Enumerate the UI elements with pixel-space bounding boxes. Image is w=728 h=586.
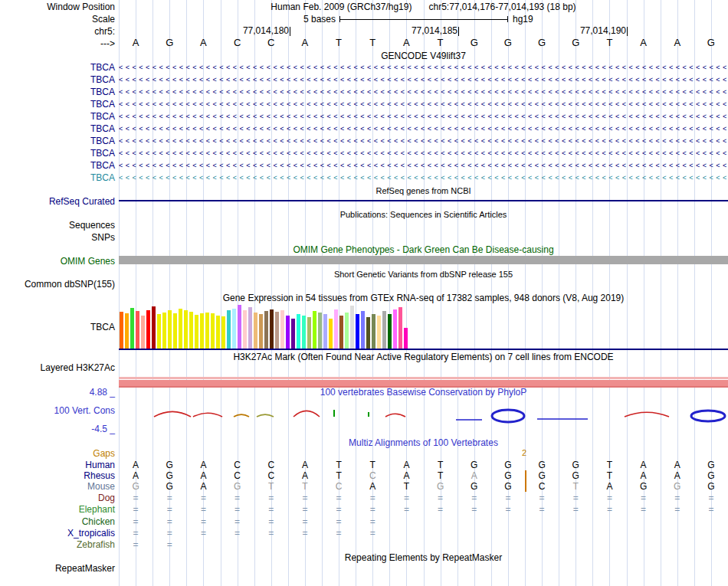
alignment-base: A <box>606 481 612 492</box>
gtex-bar <box>136 311 139 349</box>
h3k27ac-track-label[interactable]: Layered H3K27Ac <box>0 362 115 373</box>
coordinate-number: 77,014,190 <box>540 26 626 36</box>
alignment-base: T <box>302 481 307 492</box>
alignment-base: = <box>133 539 139 550</box>
transcript-label[interactable]: TBCA <box>0 148 115 159</box>
transcript-label[interactable]: TBCA <box>0 111 115 122</box>
transcript-arrows[interactable]: <<<<<<<<<<<<<<<<<<<<<<<<<<<<<<<<<<<<<<<<… <box>119 160 728 172</box>
base-letter: C <box>267 38 274 48</box>
alignment-base: = <box>201 504 206 515</box>
alignment-base: A <box>133 470 139 481</box>
transcript-label[interactable]: TBCA <box>0 87 115 97</box>
transcript-label[interactable]: TBCA <box>0 172 115 183</box>
gtex-gene-label[interactable]: TBCA <box>0 322 115 332</box>
alignment-base: = <box>539 493 545 503</box>
species-label-human[interactable]: Human <box>0 460 115 470</box>
gtex-bar <box>179 309 182 349</box>
alignment-row: ======== <box>119 528 728 539</box>
dbsnp-track-label[interactable]: Common dbSNP(155) <box>0 279 115 290</box>
alignment-base: C <box>234 460 241 470</box>
h3k27ac-signal-band-1[interactable] <box>119 377 728 379</box>
h3k27ac-signal-band-2[interactable] <box>119 380 728 386</box>
alignment-base: = <box>133 504 139 515</box>
alignment-base: = <box>471 504 477 515</box>
alignment-base: G <box>707 470 714 481</box>
omim-gene-bar[interactable] <box>119 256 728 264</box>
conservation-mark <box>691 411 725 421</box>
transcript-arrows[interactable]: <<<<<<<<<<<<<<<<<<<<<<<<<<<<<<<<<<<<<<<<… <box>119 172 728 184</box>
transcript-arrows[interactable]: <<<<<<<<<<<<<<<<<<<<<<<<<<<<<<<<<<<<<<<<… <box>119 136 728 147</box>
species-label-chicken[interactable]: Chicken <box>0 516 115 527</box>
snps-label[interactable]: SNPs <box>0 232 115 243</box>
alignment-base: = <box>370 528 375 539</box>
transcript-arrows[interactable]: <<<<<<<<<<<<<<<<<<<<<<<<<<<<<<<<<<<<<<<<… <box>119 87 728 98</box>
gtex-bar <box>280 310 284 349</box>
transcript-arrows[interactable]: <<<<<<<<<<<<<<<<<<<<<<<<<<<<<<<<<<<<<<<<… <box>119 62 728 74</box>
species-label-x_tropicalis[interactable]: X_tropicalis <box>0 528 115 539</box>
alignment-base: = <box>268 516 274 527</box>
alignment-base: = <box>674 504 680 515</box>
coordinate-number: 77,014,185 <box>372 26 457 36</box>
gtex-bar <box>372 314 375 349</box>
omim-genes-label[interactable]: OMIM Genes <box>0 256 115 267</box>
gtex-bar <box>297 314 300 349</box>
sequences-label[interactable]: Sequences <box>0 220 115 231</box>
alignment-row: ======== <box>119 516 728 527</box>
conservation-wiggle[interactable] <box>119 394 728 429</box>
alignment-base: T <box>370 460 375 470</box>
gtex-bar <box>125 313 129 349</box>
track-area[interactable]: Human Feb. 2009 (GRCh37/hg19)chr5:77,014… <box>119 0 728 586</box>
transcript-arrows[interactable]: <<<<<<<<<<<<<<<<<<<<<<<<<<<<<<<<<<<<<<<<… <box>119 74 728 86</box>
omim-track-title: OMIM Gene Phenotypes - Dark Green Can Be… <box>119 244 728 255</box>
gtex-bar <box>275 312 279 349</box>
alignment-row: AGACCATCATAGGGTAAG <box>119 470 728 481</box>
alignment-row: AGACCATTATGGGGTAAG <box>119 460 728 470</box>
transcript-arrows[interactable]: <<<<<<<<<<<<<<<<<<<<<<<<<<<<<<<<<<<<<<<<… <box>119 148 728 159</box>
reference-sequence-row: AGACCATTATGGGGTAAG <box>119 38 728 48</box>
species-label-dog[interactable]: Dog <box>0 493 115 503</box>
conservation-mark <box>234 414 249 417</box>
coordinate-number: 77,014,180 <box>203 26 289 36</box>
window-position-label: Window Position <box>0 2 115 12</box>
species-label-elephant[interactable]: Elephant <box>0 504 115 515</box>
alignment-base: = <box>302 516 307 527</box>
scale-bar <box>339 19 508 20</box>
conservation-track-label[interactable]: 100 Vert. Cons <box>0 405 115 416</box>
species-label-zebrafish[interactable]: Zebrafish <box>0 539 115 550</box>
alignment-base: = <box>641 493 646 503</box>
transcript-label[interactable]: TBCA <box>0 160 115 171</box>
gtex-bar <box>189 312 193 349</box>
gtex-bar <box>130 308 134 349</box>
gtex-expression-chart[interactable] <box>119 304 728 349</box>
transcript-label[interactable]: TBCA <box>0 123 115 134</box>
refseq-gene-bar[interactable] <box>119 200 728 201</box>
gtex-bar <box>184 310 188 349</box>
species-label-rhesus[interactable]: Rhesus <box>0 470 115 481</box>
repeatmasker-track-label[interactable]: RepeatMasker <box>0 563 115 574</box>
transcript-arrows[interactable]: <<<<<<<<<<<<<<<<<<<<<<<<<<<<<<<<<<<<<<<<… <box>119 123 728 135</box>
gtex-bar <box>313 311 316 349</box>
alignment-base: A <box>641 470 647 481</box>
alignment-base: = <box>302 528 307 539</box>
refseq-curated-label[interactable]: RefSeq Curated <box>0 196 115 207</box>
gtex-baseline <box>119 349 728 350</box>
alignment-base: = <box>641 504 646 515</box>
alignment-base: = <box>336 504 342 515</box>
transcript-label[interactable]: TBCA <box>0 62 115 73</box>
conservation-mark <box>257 414 274 417</box>
alignment-base: = <box>505 493 510 503</box>
transcript-label[interactable]: TBCA <box>0 136 115 146</box>
base-letter: T <box>606 38 612 48</box>
gtex-bar <box>361 311 365 349</box>
transcript-arrows[interactable]: <<<<<<<<<<<<<<<<<<<<<<<<<<<<<<<<<<<<<<<<… <box>119 99 728 110</box>
species-label-mouse[interactable]: Mouse <box>0 481 115 492</box>
insertion-mark <box>525 481 526 492</box>
transcript-arrows[interactable]: <<<<<<<<<<<<<<<<<<<<<<<<<<<<<<<<<<<<<<<<… <box>119 111 728 123</box>
alignment-base: = <box>708 504 713 515</box>
transcript-label[interactable]: TBCA <box>0 74 115 85</box>
alignment-base: C <box>369 470 376 481</box>
alignment-base: = <box>234 504 240 515</box>
transcript-label[interactable]: TBCA <box>0 99 115 110</box>
conservation-mark <box>385 414 405 417</box>
alignment-row: ================== <box>119 493 728 503</box>
